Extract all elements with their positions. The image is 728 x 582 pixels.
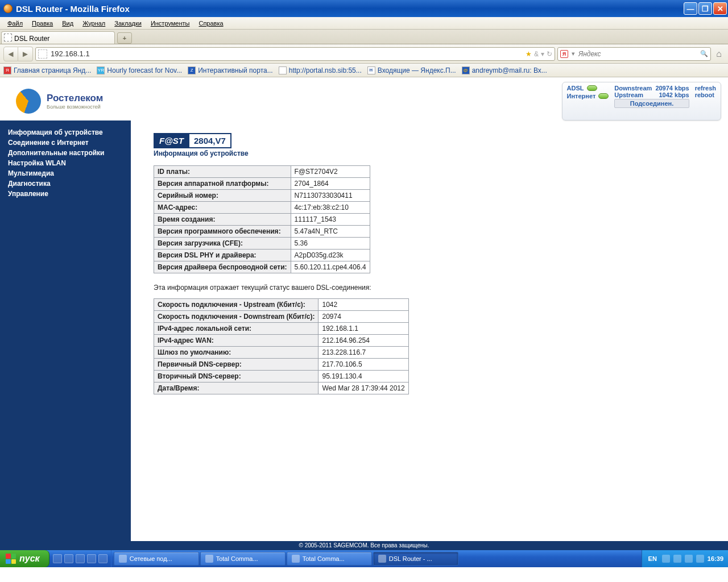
firefox-icon xyxy=(3,4,13,13)
maximize-button[interactable]: ❐ xyxy=(698,2,712,15)
ql-icon[interactable] xyxy=(87,554,96,563)
bookmark-nsb-portal[interactable]: http://portal.nsb.sib:55... xyxy=(279,66,362,74)
bookmark-interactive-portal[interactable]: ZИнтерактивный порта... xyxy=(188,66,273,74)
upstream-label: Upstream xyxy=(614,92,652,98)
router-sidebar: Информация об устройстве Соединение с Ин… xyxy=(0,120,131,542)
firefox-menubar: Файл Правка Вид Журнал Закладки Инструме… xyxy=(0,17,728,30)
menu-tools[interactable]: Инструменты xyxy=(147,19,194,28)
table-row: Версия DSL PHY и драйвера:A2pD035g.d23k xyxy=(154,250,370,261)
bookmarks-toolbar: ЯГлавная страница Янд... YRHourly foreca… xyxy=(0,64,728,77)
bookmark-yandex-mail[interactable]: ✉Входящие — Яндекс.П... xyxy=(367,66,456,74)
home-button[interactable]: ⌂ xyxy=(713,48,725,60)
search-dropdown-icon[interactable]: ▾ xyxy=(572,50,575,57)
back-button[interactable]: ◄ xyxy=(3,47,18,61)
table-row: Скорость подключения - Upstream (Кбит/с)… xyxy=(154,299,409,311)
task-network-connections[interactable]: Сетевые под... xyxy=(114,552,199,566)
mail-icon: ✉ xyxy=(367,66,375,74)
sidebar-item-wlan-settings[interactable]: Настройка WLAN xyxy=(8,158,131,168)
table-row: Версия загрузчика (CFE):5.36 xyxy=(154,238,370,250)
bookmark-hourly-forecast[interactable]: YRHourly forecast for Nov... xyxy=(97,66,182,74)
tab-dsl-router[interactable]: DSL Router xyxy=(1,31,115,44)
task-dsl-router[interactable]: DSL Router - ... xyxy=(373,552,458,566)
new-tab-button[interactable]: + xyxy=(117,32,132,44)
sidebar-item-multimedia[interactable]: Мультимедиа xyxy=(8,168,131,178)
table-row: Версия программного обеспечения:5.47a4N_… xyxy=(154,226,370,238)
internet-label: Интернет xyxy=(567,93,596,99)
yandex-icon[interactable]: Я xyxy=(560,50,568,58)
downstream-value: 20974 kbps xyxy=(655,85,689,92)
url-bar[interactable]: ★ & ▾ ↻ xyxy=(35,47,555,61)
menu-help[interactable]: Справка xyxy=(195,19,227,28)
content-subheading: Информация об устройстве xyxy=(154,149,728,157)
forward-button[interactable]: ► xyxy=(18,47,33,61)
connection-status-box: ADSL Интернет Downstream20974 kbps Upstr… xyxy=(562,82,721,120)
reload-icon[interactable]: ↻ xyxy=(547,50,552,58)
adsl-label: ADSL xyxy=(567,85,584,92)
tray-icon[interactable] xyxy=(662,555,670,563)
bookmark-yandex-home[interactable]: ЯГлавная страница Янд... xyxy=(3,66,91,74)
tab-strip: DSL Router + xyxy=(0,30,728,44)
model-fast: F@ST xyxy=(155,134,188,147)
urlbar-icons: ★ & ▾ ↻ xyxy=(526,50,552,58)
sidebar-item-diagnostics[interactable]: Диагностика xyxy=(8,178,131,189)
ql-icon[interactable] xyxy=(64,554,73,563)
internet-led-icon xyxy=(598,93,609,99)
windows-taskbar: пуск Сетевые под... Total Comma... Total… xyxy=(0,550,728,567)
start-button[interactable]: пуск xyxy=(0,550,49,567)
dropdown-icon[interactable]: ▾ xyxy=(541,50,544,58)
table-row: IPv4-адрес WAN:212.164.96.254 xyxy=(154,335,409,347)
downstream-label: Downstream xyxy=(614,85,652,92)
table-row: MAC-адрес:4c:17:eb:38:c2:10 xyxy=(154,202,370,214)
quick-launch xyxy=(49,550,111,567)
dsl-status-table: Скорость подключения - Upstream (Кбит/с)… xyxy=(154,298,409,394)
minimize-button[interactable]: — xyxy=(684,2,697,15)
sidebar-item-device-info[interactable]: Информация об устройстве xyxy=(8,127,131,138)
tray-icon[interactable] xyxy=(685,555,693,563)
table-row: Скорость подключения - Downstream (Кбит/… xyxy=(154,311,409,323)
tray-icon[interactable] xyxy=(696,555,704,563)
logo-tagline: Больше возможностей xyxy=(47,104,103,110)
tray-icon[interactable] xyxy=(673,555,681,563)
menu-view[interactable]: Вид xyxy=(58,19,77,28)
task-total-commander-1[interactable]: Total Comma... xyxy=(200,552,286,566)
network-icon xyxy=(119,555,127,563)
nav-toolbar: ◄ ► ★ & ▾ ↻ Я ▾ 🔍 ⌂ xyxy=(0,44,728,64)
ql-icon[interactable] xyxy=(98,554,107,563)
url-input[interactable] xyxy=(51,49,522,58)
router-page: Ростелеком Больше возможностей ADSL Инте… xyxy=(0,77,728,550)
search-input[interactable] xyxy=(578,50,697,58)
tc-icon xyxy=(205,555,213,563)
bookmark-mailru[interactable]: @andreymb@mail.ru: Вх... xyxy=(462,66,547,74)
upstream-value: 1042 kbps xyxy=(655,92,689,98)
reboot-link[interactable]: reboot xyxy=(695,92,716,98)
close-button[interactable]: ✕ xyxy=(713,2,727,15)
search-bar[interactable]: Я ▾ 🔍 xyxy=(557,47,711,61)
sidebar-item-advanced-settings[interactable]: Дополнительные настройки xyxy=(8,148,131,158)
ql-icon[interactable] xyxy=(53,554,62,563)
weather-icon: YR xyxy=(97,66,105,74)
table-row: Вторичный DNS-сервер:95.191.130.4 xyxy=(154,371,409,383)
adsl-led-icon xyxy=(587,85,597,91)
tab-title: DSL Router xyxy=(14,35,49,43)
clock[interactable]: 16:39 xyxy=(708,555,723,562)
menu-bookmarks[interactable]: Закладки xyxy=(110,19,146,28)
tc-icon xyxy=(292,555,300,563)
table-row: Дата/Время:Wed Mar 28 17:39:44 2012 xyxy=(154,383,409,394)
refresh-link[interactable]: refresh xyxy=(695,85,716,92)
sidebar-item-management[interactable]: Управление xyxy=(8,189,131,199)
menu-history[interactable]: Журнал xyxy=(78,19,109,28)
page-icon xyxy=(279,66,287,74)
site-identity-icon[interactable] xyxy=(38,49,47,59)
mailru-icon: @ xyxy=(462,66,470,74)
sidebar-item-internet-connection[interactable]: Соединение с Интернет xyxy=(8,138,131,148)
table-row: IPv4-адрес локальной сети:192.168.1.1 xyxy=(154,323,409,335)
ql-icon[interactable] xyxy=(76,554,85,563)
bookmark-star-icon[interactable]: ★ xyxy=(526,50,532,58)
model-badge: F@ST 2804,V7 xyxy=(154,133,231,148)
table-row: ID платы:F@ST2704V2 xyxy=(154,166,370,178)
menu-edit[interactable]: Правка xyxy=(28,19,57,28)
task-total-commander-2[interactable]: Total Comma... xyxy=(287,552,372,566)
search-go-icon[interactable]: 🔍 xyxy=(700,50,708,57)
menu-file[interactable]: Файл xyxy=(3,19,27,28)
language-indicator[interactable]: EN xyxy=(647,555,659,562)
